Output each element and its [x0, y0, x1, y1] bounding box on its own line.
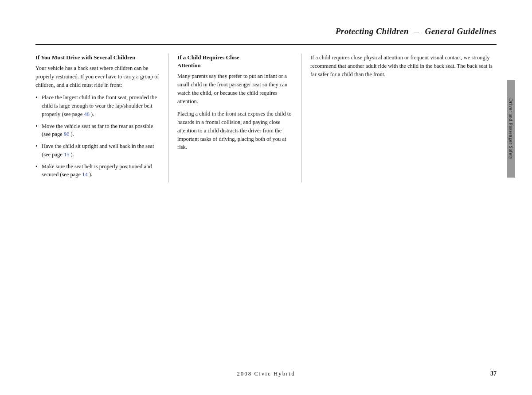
middle-heading: If a Child Requires Close Attention — [177, 54, 292, 70]
link-15[interactable]: 15 — [64, 151, 70, 158]
footer: 2008 Civic Hybrid 37 — [0, 370, 532, 377]
middle-heading-line1: If a Child Requires Close — [177, 54, 239, 61]
left-intro: Your vehicle has a back seat where child… — [35, 64, 159, 89]
header-section: Protecting Children – General Guidelines — [0, 0, 532, 41]
list-item: Move the vehicle seat as far to the rear… — [35, 122, 159, 139]
left-heading: If You Must Drive with Several Children — [35, 54, 159, 62]
middle-para2: Placing a child in the front seat expose… — [177, 110, 292, 151]
page-container: Protecting Children – General Guidelines… — [0, 0, 532, 395]
bullet-text-2-after: ). — [69, 131, 74, 137]
sidebar-tab: Driver and Passenger Safety — [507, 80, 515, 178]
columns-area: If You Must Drive with Several Children … — [35, 54, 497, 182]
bullet-text-1-after: ). — [90, 111, 94, 117]
right-text: If a child requires close physical atten… — [310, 54, 497, 78]
col-left: If You Must Drive with Several Children … — [35, 54, 168, 182]
list-item: Place the largest child in the front sea… — [35, 93, 159, 118]
page-number: 37 — [490, 370, 497, 377]
middle-heading-line2: Attention — [177, 62, 201, 69]
bullet-text-3-after: ). — [69, 151, 74, 158]
title-dash: – — [415, 27, 419, 36]
header-rule — [35, 44, 497, 45]
bullet-text-1-before: Place the largest child in the front sea… — [42, 94, 157, 117]
page-title: Protecting Children – General Guidelines — [35, 27, 497, 36]
sidebar-label: Driver and Passenger Safety — [507, 80, 515, 178]
bullet-text-4-after: ). — [88, 171, 92, 178]
middle-para1: Many parents say they prefer to put an i… — [177, 72, 292, 105]
footer-title: 2008 Civic Hybrid — [237, 370, 295, 377]
bullet-text-4-before: Make sure the seat belt is properly posi… — [42, 163, 152, 178]
title-part2: General Guidelines — [425, 27, 497, 36]
bullet-text-3-before: Have the child sit upright and well back… — [42, 143, 154, 158]
col-middle: If a Child Requires Close Attention Many… — [168, 54, 301, 182]
link-90[interactable]: 90 — [64, 131, 70, 137]
list-item: Have the child sit upright and well back… — [35, 142, 159, 159]
list-item: Make sure the seat belt is properly posi… — [35, 163, 159, 179]
col-right: If a child requires close physical atten… — [301, 54, 497, 182]
sidebar-text: Driver and Passenger Safety — [509, 98, 514, 159]
title-part1: Protecting Children — [336, 27, 409, 36]
link-14[interactable]: 14 — [82, 171, 88, 178]
bullet-text-2-before: Move the vehicle seat as far to the rear… — [42, 123, 153, 138]
bullet-list: Place the largest child in the front sea… — [35, 93, 159, 179]
link-48[interactable]: 48 — [84, 111, 90, 117]
